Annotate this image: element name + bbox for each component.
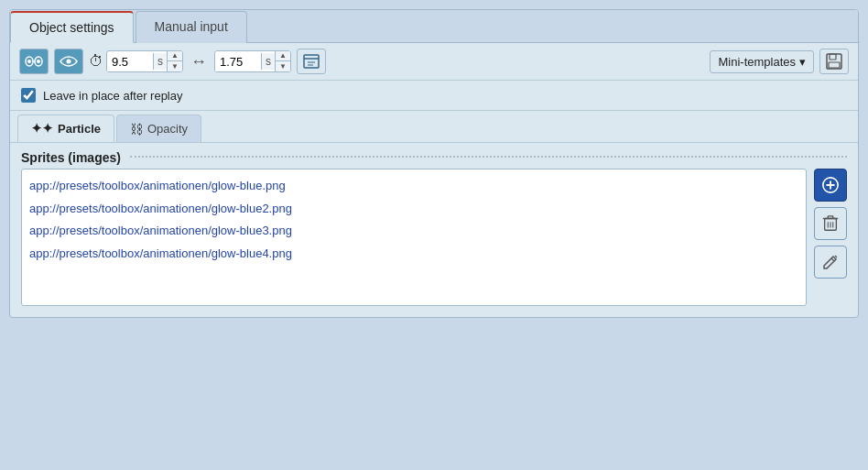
tab-opacity[interactable]: ⛓ Opacity	[116, 115, 201, 142]
svg-rect-11	[830, 54, 836, 60]
list-item[interactable]: app://presets/toolbox/animationen/glow-b…	[29, 220, 798, 243]
add-sprite-button[interactable]	[814, 169, 847, 202]
width-up-arrow[interactable]: ▲	[276, 51, 290, 61]
leave-in-place-label: Leave in place after replay	[43, 89, 182, 103]
clock-icon: ⏱	[89, 53, 103, 70]
sprites-section-title: Sprites (images)	[21, 150, 121, 165]
visibility-linked-icon	[25, 55, 43, 68]
sprites-area: app://presets/toolbox/animationen/glow-b…	[10, 169, 858, 317]
svg-line-24	[831, 258, 834, 261]
duration-input[interactable]	[107, 52, 153, 71]
duration-spinner-group: ⏱ s ▲ ▼	[89, 50, 183, 72]
chain-icon: ⛓	[130, 122, 143, 137]
sprites-buttons	[814, 169, 847, 306]
width-down-arrow[interactable]: ▼	[276, 61, 290, 71]
mini-templates-label: Mini-templates	[718, 55, 796, 69]
duration-arrows[interactable]: ▲ ▼	[167, 51, 182, 71]
save-button[interactable]	[819, 49, 849, 74]
duration-spinner[interactable]: s ▲ ▼	[106, 50, 183, 72]
svg-point-5	[67, 60, 71, 64]
checkbox-row: Leave in place after replay	[10, 81, 858, 111]
tab-opacity-label: Opacity	[147, 122, 188, 136]
width-separator-icon: ↔	[190, 52, 207, 71]
load-preset-button[interactable]	[297, 49, 326, 74]
chevron-down-icon: ▾	[799, 55, 806, 69]
duration-unit: s	[153, 53, 167, 70]
svg-rect-6	[304, 55, 319, 68]
tab-manual-input[interactable]: Manual input	[136, 11, 247, 43]
trash-icon	[821, 214, 840, 233]
mini-templates-dropdown[interactable]: Mini-templates ▾	[710, 50, 814, 73]
duration-down-arrow[interactable]: ▼	[168, 61, 182, 71]
list-item[interactable]: app://presets/toolbox/animationen/glow-b…	[29, 175, 798, 198]
visibility-eye-button[interactable]	[54, 49, 83, 74]
tab-particle-label: Particle	[58, 122, 101, 136]
width-arrows[interactable]: ▲ ▼	[275, 51, 290, 71]
svg-rect-12	[829, 62, 840, 68]
main-container: Object settings Manual input ⏱	[9, 9, 859, 318]
toolbar: ⏱ s ▲ ▼ ↔ s ▲ ▼	[10, 43, 858, 81]
width-input[interactable]	[215, 52, 261, 71]
edit-sprite-button[interactable]	[814, 246, 847, 279]
list-item[interactable]: app://presets/toolbox/animationen/glow-b…	[29, 243, 798, 266]
tab-particle[interactable]: ✦✦ Particle	[17, 115, 114, 142]
sparkle-icon: ✦✦	[31, 121, 53, 136]
list-item[interactable]: app://presets/toolbox/animationen/glow-b…	[29, 198, 798, 221]
sprites-list: app://presets/toolbox/animationen/glow-b…	[21, 169, 807, 306]
svg-point-3	[37, 60, 40, 63]
save-icon	[825, 52, 843, 71]
visibility-linked-button[interactable]	[19, 49, 49, 74]
tab-object-settings[interactable]: Object settings	[10, 11, 134, 43]
main-tabs-row: Object settings Manual input	[10, 10, 858, 43]
width-unit: s	[261, 53, 275, 70]
duration-up-arrow[interactable]: ▲	[168, 51, 182, 61]
load-preset-icon	[302, 53, 320, 70]
width-spinner[interactable]: s ▲ ▼	[214, 50, 291, 72]
add-icon	[821, 176, 840, 194]
eye-icon	[60, 55, 78, 68]
sub-tabs-row: ✦✦ Particle ⛓ Opacity	[10, 111, 858, 143]
sprites-section-dots	[130, 156, 847, 158]
svg-point-1	[27, 60, 31, 63]
leave-in-place-checkbox[interactable]	[21, 88, 36, 103]
pen-icon	[821, 253, 840, 271]
sprites-section-header: Sprites (images)	[10, 143, 858, 169]
delete-sprite-button[interactable]	[814, 207, 847, 240]
